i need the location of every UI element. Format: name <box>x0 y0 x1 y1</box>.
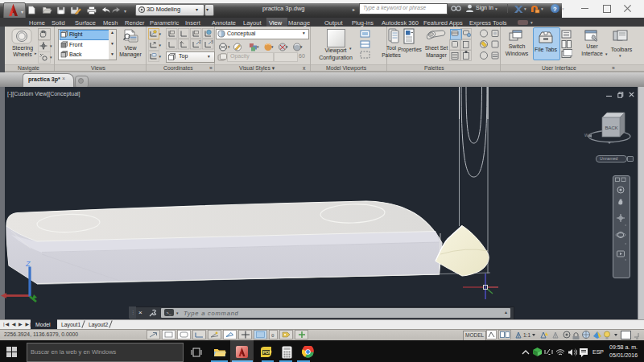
svg-text:1:1: 1:1 <box>523 332 530 338</box>
svg-text:3: 3 <box>211 39 213 44</box>
svg-text:W: W <box>584 133 588 138</box>
svg-text:2: 2 <box>199 39 201 44</box>
svg-text:BACK: BACK <box>605 125 618 130</box>
svg-text:0: 0 <box>271 333 275 339</box>
svg-text:PDF: PDF <box>263 350 273 355</box>
svg-text:Z: Z <box>25 260 31 268</box>
